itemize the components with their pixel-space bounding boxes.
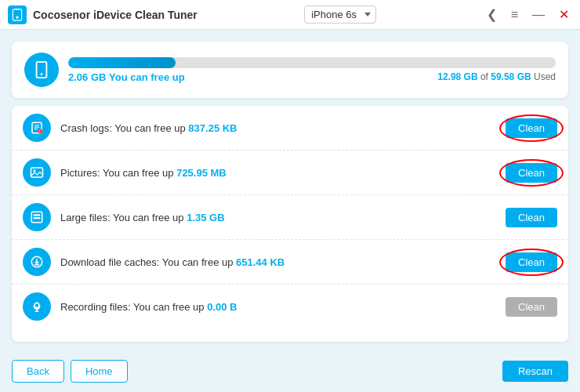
device-dropdown[interactable]: iPhone 6s iPhone 7 iPad xyxy=(304,5,376,24)
storage-labels: 2.06 GB You can free up 12.98 GB of 59.5… xyxy=(68,71,556,83)
menu-button[interactable]: ≡ xyxy=(508,7,521,23)
list-item: Download file caches: You can free up 65… xyxy=(12,240,568,285)
svg-point-2 xyxy=(16,16,18,18)
share-button[interactable]: ❮ xyxy=(484,7,500,23)
bottom-left-buttons: Back Home xyxy=(12,360,128,383)
svg-rect-15 xyxy=(34,214,41,216)
home-button[interactable]: Home xyxy=(71,360,128,383)
list-item: Pictures: You can free up 725.95 MB Clea… xyxy=(12,151,568,195)
pictures-clean-button[interactable]: Clean xyxy=(506,163,557,183)
download-caches-clean-button[interactable]: Clean xyxy=(506,252,557,272)
svg-point-5 xyxy=(41,73,43,75)
pictures-icon xyxy=(23,158,51,187)
bottom-bar: Back Home Rescan xyxy=(0,354,580,392)
large-files-clean-button[interactable]: Clean xyxy=(506,208,557,227)
list-item: Recording files: You can free up 0.00 B … xyxy=(12,285,568,328)
rescan-button[interactable]: Rescan xyxy=(502,361,568,382)
svg-text:!: ! xyxy=(39,130,40,134)
crash-logs-clean-button[interactable]: Clean xyxy=(506,118,557,138)
used-label: 12.98 GB of 59.58 GB Used xyxy=(437,71,556,82)
svg-rect-16 xyxy=(34,217,41,219)
recording-files-icon xyxy=(23,292,51,321)
download-caches-text: Download file caches: You can free up 65… xyxy=(60,256,496,268)
free-up-amount: 2.06 GB xyxy=(68,71,106,83)
phone-icon xyxy=(24,53,59,87)
free-up-label: 2.06 GB You can free up xyxy=(68,71,185,83)
total-amount: 59.58 GB xyxy=(491,71,531,82)
used-amount: 12.98 GB xyxy=(437,71,477,82)
recording-files-clean-wrapper: Clean xyxy=(506,297,557,317)
close-button[interactable]: ✕ xyxy=(556,7,572,23)
svg-rect-0 xyxy=(13,9,21,20)
large-files-clean-wrapper: Clean xyxy=(506,208,557,227)
list-item: Large files: You can free up 1.35 GB Cle… xyxy=(12,195,568,240)
main-content: 2.06 GB You can free up 12.98 GB of 59.5… xyxy=(0,30,580,354)
recording-files-clean-button[interactable]: Clean xyxy=(506,297,557,317)
used-text: Used xyxy=(534,71,556,82)
app-icon xyxy=(8,5,27,24)
svg-point-20 xyxy=(34,303,39,308)
free-up-text: You can free up xyxy=(109,71,185,83)
device-selector-area[interactable]: iPhone 6s iPhone 7 iPad xyxy=(304,5,376,24)
items-list[interactable]: ! Crash logs: You can free up 837.25 KB … xyxy=(12,106,568,342)
crash-logs-icon: ! xyxy=(23,114,51,142)
minimize-button[interactable]: — xyxy=(529,7,548,23)
pictures-clean-wrapper: Clean xyxy=(506,163,557,183)
title-bar-left: Cocosenor iDevice Clean Tuner xyxy=(8,5,198,24)
svg-point-13 xyxy=(34,169,36,172)
svg-rect-1 xyxy=(16,9,20,10)
storage-section: 2.06 GB You can free up 12.98 GB of 59.5… xyxy=(12,42,568,98)
used-of: of xyxy=(480,71,491,82)
download-caches-icon xyxy=(23,248,51,276)
storage-bar-section: 2.06 GB You can free up 12.98 GB of 59.5… xyxy=(68,57,556,83)
crash-logs-text: Crash logs: You can free up 837.25 KB xyxy=(60,122,496,134)
title-bar-controls: ❮ ≡ — ✕ xyxy=(484,7,572,23)
storage-progress-fill xyxy=(68,57,176,68)
app-title: Cocosenor iDevice Clean Tuner xyxy=(33,9,198,21)
download-caches-clean-wrapper: Clean xyxy=(506,252,557,272)
back-button[interactable]: Back xyxy=(12,360,64,383)
storage-progress-track xyxy=(68,57,556,68)
storage-top: 2.06 GB You can free up 12.98 GB of 59.5… xyxy=(24,53,556,87)
crash-logs-clean-wrapper: Clean xyxy=(506,118,557,138)
pictures-text: Pictures: You can free up 725.95 MB xyxy=(60,167,496,179)
list-item: ! Crash logs: You can free up 837.25 KB … xyxy=(12,106,568,151)
recording-files-text: Recording files: You can free up 0.00 B xyxy=(60,301,496,313)
title-bar: Cocosenor iDevice Clean Tuner iPhone 6s … xyxy=(0,0,580,30)
large-files-text: Large files: You can free up 1.35 GB xyxy=(60,212,496,223)
svg-rect-4 xyxy=(39,61,44,63)
large-files-icon xyxy=(23,203,51,231)
items-section: ! Crash logs: You can free up 837.25 KB … xyxy=(12,106,568,342)
svg-rect-3 xyxy=(37,62,47,78)
